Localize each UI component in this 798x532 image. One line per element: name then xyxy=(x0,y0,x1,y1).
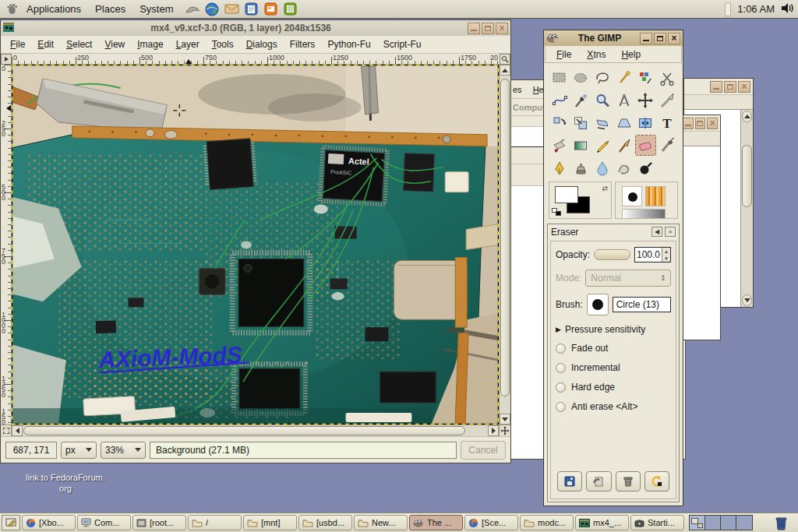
menu-python-fu[interactable]: Python-Fu xyxy=(321,37,376,52)
minimize-icon[interactable] xyxy=(468,23,480,34)
desktop-icon-label[interactable]: link to FedoraForum. org xyxy=(11,472,120,494)
task-button-usbd[interactable]: [usbd... xyxy=(298,515,352,530)
quickmask-toggle[interactable] xyxy=(1,425,12,436)
workspace-2[interactable] xyxy=(705,516,721,530)
tool-measure[interactable] xyxy=(613,90,635,111)
task-button-mx4[interactable]: mx4_... xyxy=(575,515,629,530)
scroll-up-icon[interactable] xyxy=(500,65,510,76)
tool-move[interactable] xyxy=(635,90,657,111)
close-icon[interactable]: × xyxy=(707,118,718,129)
default-colors-icon[interactable] xyxy=(552,208,561,216)
tool-eraser[interactable] xyxy=(635,135,657,156)
bgwin-b-scrollbar[interactable] xyxy=(740,110,753,307)
minimize-icon[interactable] xyxy=(710,81,722,93)
gnome-foot-icon[interactable] xyxy=(3,1,20,18)
menu-xtns[interactable]: Xtns xyxy=(581,47,612,62)
close-icon[interactable]: × xyxy=(738,81,750,93)
menu-select[interactable]: Select xyxy=(60,37,98,52)
task-button-starting[interactable]: Starti... xyxy=(630,515,684,530)
tool-pencil[interactable] xyxy=(591,135,613,156)
tool-perspective[interactable] xyxy=(613,112,635,133)
active-brush-indicator[interactable] xyxy=(622,186,642,206)
menu-applications[interactable]: Applications xyxy=(20,2,87,16)
oo-impress-icon[interactable] xyxy=(262,1,279,18)
checkbox-icon[interactable] xyxy=(556,382,566,393)
maximize-icon[interactable] xyxy=(654,33,666,44)
active-gradient-indicator[interactable] xyxy=(622,209,666,219)
horizontal-ruler[interactable]: 0 250 500 750 1000 1250 1500 1750 20 xyxy=(12,54,500,65)
bgwin-menu-fragment[interactable]: es xyxy=(513,85,522,94)
menu-file[interactable]: File xyxy=(4,37,31,52)
tool-scissors[interactable] xyxy=(656,67,678,88)
tool-magnify[interactable] xyxy=(591,90,613,111)
tool-dodge-burn[interactable] xyxy=(635,157,657,178)
menu-edit[interactable]: Edit xyxy=(31,37,60,52)
menu-dialogs[interactable]: Dialogs xyxy=(240,37,284,52)
scroll-down-icon[interactable] xyxy=(500,414,510,425)
maximize-icon[interactable] xyxy=(695,118,706,129)
cancel-button[interactable]: Cancel xyxy=(461,441,506,460)
hard-edge-checkbox[interactable]: Hard edge xyxy=(556,382,671,393)
pressure-sensitivity-expander[interactable]: ▶ Pressure sensitivity xyxy=(556,324,671,335)
spin-down-icon[interactable]: ▼ xyxy=(662,255,670,262)
opacity-spinbox[interactable]: 100.0 ▲▼ xyxy=(634,247,671,262)
brush-preview-button[interactable] xyxy=(587,294,609,315)
menu-layer[interactable]: Layer xyxy=(170,37,206,52)
close-icon[interactable]: × xyxy=(665,227,676,237)
task-button-computer[interactable]: Com... xyxy=(77,515,131,530)
tool-blend[interactable] xyxy=(570,135,592,156)
oo-writer-icon[interactable] xyxy=(242,1,260,18)
tool-bucket-fill[interactable] xyxy=(549,135,570,156)
trash-applet[interactable] xyxy=(775,516,788,530)
menu-filters[interactable]: Filters xyxy=(284,37,322,52)
tool-airbrush[interactable] xyxy=(656,135,678,156)
menu-arrow-icon[interactable]: ◀ xyxy=(651,227,662,237)
scroll-down-icon[interactable] xyxy=(742,294,752,306)
swap-colors-icon[interactable]: ⇄ xyxy=(602,185,608,192)
tool-rect-select[interactable] xyxy=(549,67,570,88)
checkbox-icon[interactable] xyxy=(556,344,566,354)
menu-help[interactable]: Help xyxy=(615,47,647,62)
unit-dropdown[interactable]: px xyxy=(61,442,97,459)
oo-calc-icon[interactable] xyxy=(281,1,298,18)
tool-flip[interactable] xyxy=(635,112,657,133)
tool-text[interactable]: T xyxy=(656,112,678,133)
task-button-root-folder[interactable]: / xyxy=(188,515,242,530)
tool-ink[interactable] xyxy=(549,157,570,178)
toolbox-titlebar[interactable]: The GIMP × xyxy=(544,30,683,46)
task-button-root[interactable]: [root... xyxy=(132,515,186,530)
scrollbar-thumb[interactable] xyxy=(500,79,510,396)
show-desktop-button[interactable] xyxy=(2,515,20,530)
foreground-color-swatch[interactable] xyxy=(555,186,578,203)
gimp-titlebar[interactable]: mx4_v9.xcf-3.0 (RGB, 1 layer) 2048x1536 … xyxy=(1,20,510,36)
horizontal-scrollbar[interactable] xyxy=(23,425,488,436)
maximize-icon[interactable] xyxy=(724,81,736,93)
opacity-slider[interactable] xyxy=(594,249,630,260)
checkbox-icon[interactable] xyxy=(556,363,566,373)
tool-select-by-color[interactable] xyxy=(635,67,657,88)
anti-erase-checkbox[interactable]: Anti erase <Alt> xyxy=(556,401,671,412)
task-button-xbox[interactable]: [Xbo... xyxy=(22,515,76,530)
web-browser-icon[interactable] xyxy=(203,1,221,18)
fade-out-checkbox[interactable]: Fade out xyxy=(556,343,671,354)
image-canvas[interactable]: Actel ProASIC xyxy=(12,65,499,425)
tool-rotate[interactable] xyxy=(549,112,570,133)
scroll-right-icon[interactable] xyxy=(488,425,499,436)
menu-places[interactable]: Places xyxy=(89,2,132,16)
image-menu-button[interactable] xyxy=(1,54,12,65)
tool-fuzzy-select[interactable] xyxy=(613,67,635,88)
workspace-1[interactable] xyxy=(690,516,705,530)
scroll-up-icon[interactable] xyxy=(742,111,752,122)
task-button-the-gimp[interactable]: The ... xyxy=(409,515,463,530)
incremental-checkbox[interactable]: Incremental xyxy=(556,362,671,373)
task-button-modc[interactable]: modc... xyxy=(520,515,574,530)
minimize-icon[interactable] xyxy=(640,33,652,44)
pointer-device-icon[interactable] xyxy=(184,1,201,18)
checkbox-icon[interactable] xyxy=(556,402,566,412)
tool-clone[interactable] xyxy=(570,157,592,178)
menu-script-fu[interactable]: Script-Fu xyxy=(377,37,428,52)
pan-navigate-button[interactable] xyxy=(499,425,510,436)
maximize-icon[interactable] xyxy=(482,23,494,34)
zoom-indicator-icon[interactable] xyxy=(500,54,510,65)
tool-convolve[interactable] xyxy=(591,157,613,178)
